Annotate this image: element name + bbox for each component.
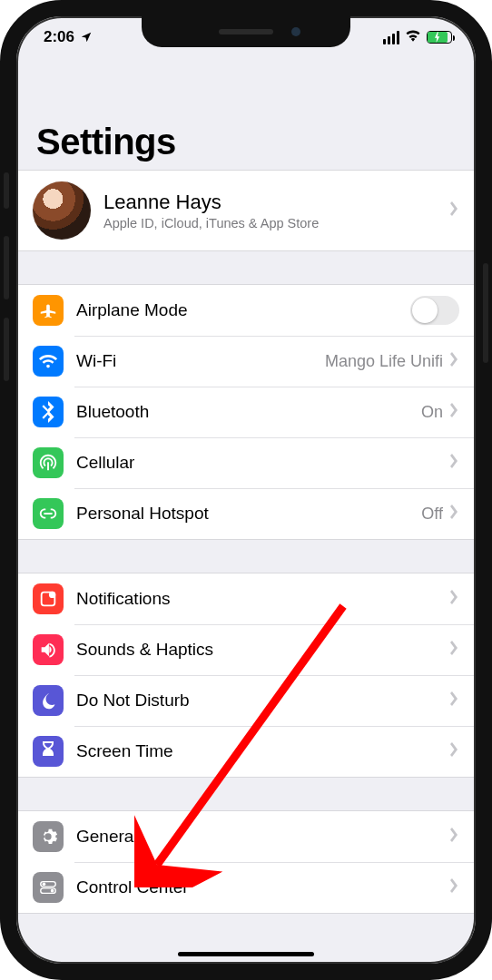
chevron-right-icon: [450, 828, 459, 846]
battery-charging-icon: [427, 31, 452, 44]
cellular-row[interactable]: Cellular: [16, 437, 476, 488]
svg-point-1: [49, 592, 55, 598]
device-power-button: [483, 263, 488, 363]
cellular-signal-icon: [383, 31, 399, 44]
location-arrow-icon: [80, 31, 93, 44]
bluetooth-value: On: [421, 403, 443, 422]
toggles-icon: [33, 872, 64, 903]
chevron-right-icon: [450, 878, 459, 897]
sounds-icon: [33, 634, 64, 665]
dnd-label: Do Not Disturb: [76, 691, 450, 710]
bluetooth-row[interactable]: Bluetooth On: [16, 387, 476, 437]
group-gap: [16, 251, 476, 284]
apple-id-row[interactable]: Leanne Hays Apple ID, iCloud, iTunes & A…: [16, 171, 476, 250]
cellular-icon: [33, 447, 64, 478]
device-volume-down: [4, 318, 9, 381]
general-label: General: [76, 827, 450, 847]
moon-icon: [33, 685, 64, 716]
connectivity-group: Airplane Mode Wi-Fi Mango Life Unifi Blu…: [16, 284, 476, 540]
hourglass-icon: [33, 736, 64, 767]
chevron-right-icon: [450, 641, 459, 659]
sounds-row[interactable]: Sounds & Haptics: [16, 624, 476, 675]
system-group: General Control Center: [16, 810, 476, 914]
title-area: Settings: [16, 58, 476, 170]
chevron-right-icon: [450, 352, 459, 370]
avatar: [33, 181, 91, 240]
bluetooth-icon: [33, 397, 64, 427]
hotspot-row[interactable]: Personal Hotspot Off: [16, 488, 476, 539]
wifi-value: Mango Life Unifi: [325, 352, 443, 371]
chevron-right-icon: [450, 742, 459, 760]
device-notch: [142, 16, 350, 47]
hotspot-label: Personal Hotspot: [76, 504, 421, 524]
control-center-row[interactable]: Control Center: [16, 862, 476, 913]
hotspot-value: Off: [421, 505, 443, 524]
notifications-label: Notifications: [76, 589, 450, 609]
hotspot-icon: [33, 498, 64, 529]
chevron-right-icon: [450, 454, 459, 472]
alerts-group: Notifications Sounds & Haptics Do Not Di…: [16, 573, 476, 778]
screen: 2:06 Settings Leanne H: [16, 16, 476, 964]
wifi-row[interactable]: Wi-Fi Mango Life Unifi: [16, 336, 476, 387]
group-gap: [16, 540, 476, 573]
status-right: [383, 28, 452, 46]
wifi-settings-icon: [33, 346, 64, 377]
airplane-mode-switch[interactable]: [410, 296, 459, 325]
group-gap: [16, 778, 476, 810]
chevron-right-icon: [450, 403, 459, 421]
device-silence-switch: [4, 172, 9, 209]
cellular-label: Cellular: [76, 453, 450, 473]
status-time: 2:06: [44, 28, 74, 46]
screentime-row[interactable]: Screen Time: [16, 726, 476, 777]
notifications-icon: [33, 583, 64, 614]
chevron-right-icon: [450, 505, 459, 523]
chevron-right-icon: [450, 691, 459, 710]
gear-icon: [33, 821, 64, 852]
chevron-right-icon: [450, 590, 459, 608]
chevron-right-icon: [450, 201, 459, 220]
airplane-mode-row[interactable]: Airplane Mode: [16, 285, 476, 336]
sounds-label: Sounds & Haptics: [76, 640, 450, 660]
device-volume-up: [4, 236, 9, 299]
svg-point-5: [51, 889, 54, 893]
status-left: 2:06: [44, 28, 93, 46]
profile-group: Leanne Hays Apple ID, iCloud, iTunes & A…: [16, 170, 476, 251]
control-center-label: Control Center: [76, 877, 450, 897]
svg-point-3: [43, 883, 46, 887]
wifi-label: Wi-Fi: [76, 351, 325, 371]
airplane-icon: [33, 295, 64, 326]
screentime-label: Screen Time: [76, 741, 450, 761]
wifi-icon: [405, 28, 421, 46]
home-indicator[interactable]: [178, 952, 314, 956]
airplane-mode-label: Airplane Mode: [76, 300, 410, 320]
profile-subtitle: Apple ID, iCloud, iTunes & App Store: [103, 216, 450, 230]
profile-name: Leanne Hays: [103, 191, 450, 214]
dnd-row[interactable]: Do Not Disturb: [16, 675, 476, 726]
notifications-row[interactable]: Notifications: [16, 573, 476, 624]
general-row[interactable]: General: [16, 811, 476, 862]
bluetooth-label: Bluetooth: [76, 402, 421, 422]
page-title: Settings: [36, 122, 456, 162]
